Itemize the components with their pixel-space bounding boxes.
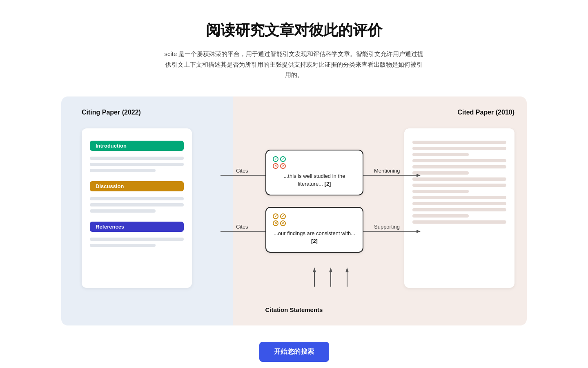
references-lines [90,238,184,247]
x-icon-4: ✕ [280,220,286,226]
citation-box-mentioning: ✓ ✕ ✓ ✕ ...this is well studied in the l… [265,150,363,195]
citation-statements-label: Citation Statements [265,306,323,313]
line [90,203,184,206]
line [90,157,184,160]
cited-line [412,220,506,224]
icon-pair-4: ✓ ✕ [280,213,286,226]
cited-line [412,141,506,144]
cited-line [412,202,506,205]
cited-paper-card [404,128,514,288]
citation-text-1: ...this is well studied in the literatur… [273,172,356,188]
page-subtitle: scite 是一个屡获殊荣的平台，用于通过智能引文发现和评估科学文章。智能引文允… [163,49,425,80]
introduction-badge: Introduction [90,141,184,151]
cited-line [412,208,506,211]
cta-button[interactable]: 开始您的搜索 [259,342,329,362]
icon-pair-1: ✓ ✕ [273,156,278,169]
cited-line [412,184,506,187]
cited-line [412,159,506,162]
x-icon-1: ✕ [273,163,278,169]
check-icon-2: ✓ [280,156,286,162]
citing-paper-card: Introduction Discussion References [82,128,192,288]
icon-pair-3: ✓ ✕ [273,213,278,226]
cited-line [412,147,506,150]
cited-line [412,177,506,181]
citation-text-2: ...our findings are consistent with... [… [273,229,356,245]
cited-line [412,196,506,199]
line [90,169,156,172]
intro-lines [90,157,184,172]
citation-statements-section: Citation Statements [265,302,323,313]
x-icon-3: ✕ [273,220,278,226]
citation-box-1-wrapper: ✓ ✕ ✓ ✕ ...this is well studied in the l… [265,150,363,195]
discussion-badge: Discussion [90,181,184,191]
check-icon-3: ✓ [273,213,278,219]
citation-icons-2: ✓ ✕ ✓ ✕ [273,213,356,226]
cited-lines [412,141,506,224]
line [90,163,184,166]
check-icon-1: ✓ [273,156,278,162]
discussion-lines [90,197,184,213]
citation-icons-1: ✓ ✕ ✓ ✕ [273,156,356,169]
line [90,209,156,213]
line [90,244,156,247]
icon-pair-2: ✓ ✕ [280,156,286,169]
main-diagram: Cites Mentioning Cites Supporting Citing… [61,96,527,325]
cited-line [412,165,506,168]
citation-box-2-wrapper: ✓ ✕ ✓ ✕ ...our findings are consistent w… [265,207,363,253]
references-badge: References [90,222,184,232]
cited-line [412,171,469,175]
left-panel: Citing Paper (2022) Introduction Discuss… [61,96,233,325]
x-icon-2: ✕ [280,163,286,169]
cited-paper-label: Cited Paper (2010) [457,109,514,116]
check-icon-4: ✓ [280,213,286,219]
citation-box-supporting: ✓ ✕ ✓ ✕ ...our findings are consistent w… [265,207,363,253]
citing-paper-label: Citing Paper (2022) [82,109,141,116]
line [90,197,184,200]
cited-line [412,214,469,218]
line [90,238,184,241]
cited-line [412,153,469,156]
cited-line [412,190,469,193]
page-title: 阅读研究文章对彼此的评价 [206,20,382,40]
